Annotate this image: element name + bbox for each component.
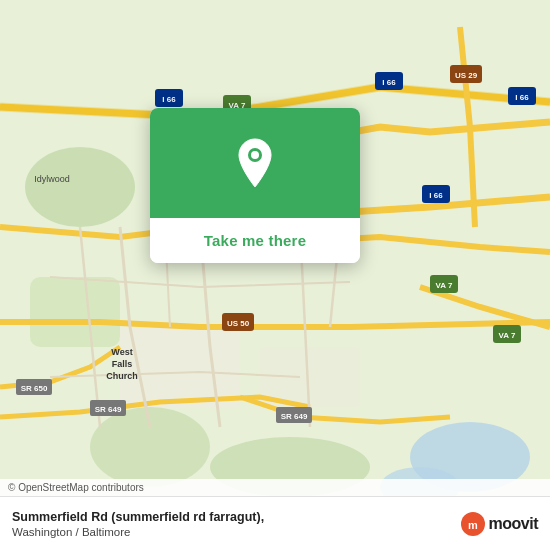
svg-point-41: [251, 151, 259, 159]
location-name: Summerfield Rd (summerfield rd farragut)…: [12, 509, 447, 525]
svg-text:SR 649: SR 649: [281, 412, 308, 421]
moovit-brand-icon: m: [457, 510, 489, 538]
moovit-logo: m moovit: [457, 510, 538, 538]
svg-rect-5: [30, 277, 120, 347]
svg-text:SR 650: SR 650: [21, 384, 48, 393]
svg-text:Church: Church: [106, 371, 138, 381]
map-container: I 66 I 66 I 66 I 66 VA 7 VA 7 VA 7 US 29…: [0, 0, 550, 550]
svg-text:SR 649: SR 649: [95, 405, 122, 414]
take-me-there-button[interactable]: Take me there: [150, 218, 360, 263]
svg-text:I 66: I 66: [162, 95, 176, 104]
info-bar: Summerfield Rd (summerfield rd farragut)…: [0, 496, 550, 550]
svg-text:West: West: [111, 347, 132, 357]
svg-point-6: [90, 407, 210, 487]
svg-text:US 50: US 50: [227, 319, 250, 328]
location-region: Washington / Baltimore: [12, 526, 447, 538]
svg-text:I 66: I 66: [429, 191, 443, 200]
svg-text:VA 7: VA 7: [436, 281, 453, 290]
attribution-text: © OpenStreetMap contributors: [8, 482, 144, 493]
location-text: Summerfield Rd (summerfield rd farragut)…: [12, 509, 447, 537]
svg-text:I 66: I 66: [515, 93, 529, 102]
svg-text:Idylwood: Idylwood: [34, 174, 70, 184]
svg-text:Falls: Falls: [112, 359, 133, 369]
map-svg: I 66 I 66 I 66 I 66 VA 7 VA 7 VA 7 US 29…: [0, 0, 550, 550]
popup-card: Take me there: [150, 108, 360, 263]
popup-green-area: [150, 108, 360, 218]
location-pin-icon: [233, 137, 277, 189]
svg-text:US 29: US 29: [455, 71, 478, 80]
svg-point-3: [25, 147, 135, 227]
svg-text:VA 7: VA 7: [499, 331, 516, 340]
svg-text:I 66: I 66: [382, 78, 396, 87]
attribution-bar: © OpenStreetMap contributors: [0, 479, 550, 496]
moovit-text: moovit: [489, 515, 538, 533]
svg-text:m: m: [468, 519, 478, 531]
